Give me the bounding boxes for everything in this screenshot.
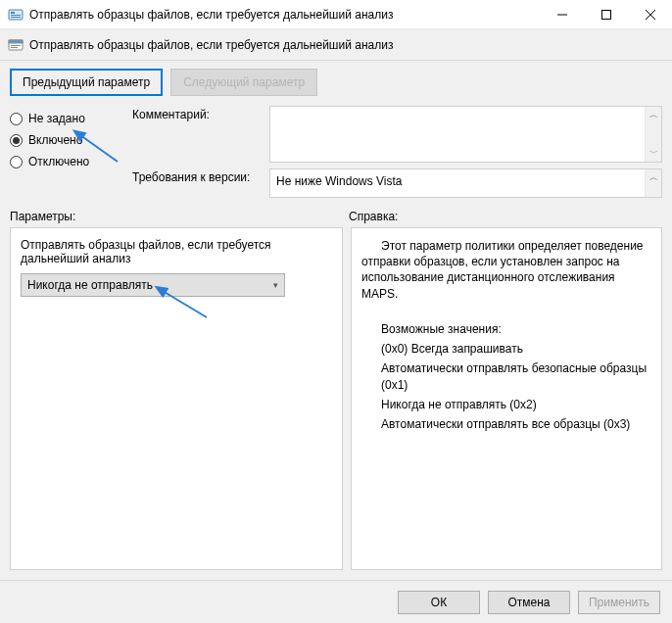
requirements-field-wrap: Не ниже Windows Vista ︿ xyxy=(269,168,662,198)
cancel-button[interactable]: Отмена xyxy=(488,591,570,614)
ok-button[interactable]: ОК xyxy=(398,591,480,614)
close-button[interactable] xyxy=(628,0,672,28)
radio-disabled[interactable]: Отключено xyxy=(10,151,132,172)
help-label: Справка: xyxy=(349,210,398,223)
minimize-button[interactable] xyxy=(540,0,584,28)
radio-not-configured[interactable]: Не задано xyxy=(10,108,132,129)
parameters-label: Параметры: xyxy=(10,210,349,223)
svg-rect-1 xyxy=(11,12,15,14)
scroll-up-icon: ︿ xyxy=(649,107,658,123)
parameter-description: Отправлять образцы файлов, если требуетс… xyxy=(21,238,332,265)
radio-icon xyxy=(10,113,23,125)
comment-field-wrap: ︿ ﹀ xyxy=(269,106,662,163)
help-option: Автоматически отправлять безопасные обра… xyxy=(381,360,651,392)
svg-rect-10 xyxy=(11,45,21,46)
svg-rect-2 xyxy=(11,15,21,16)
radio-enabled[interactable]: Включено xyxy=(10,129,132,151)
dialog-footer: ОК Отмена Применить xyxy=(0,580,672,623)
radio-icon xyxy=(10,134,23,147)
window-title: Отправлять образцы файлов, если требуетс… xyxy=(29,8,540,22)
send-samples-combo[interactable]: Никогда не отправлять ▾ xyxy=(21,273,285,297)
svg-rect-9 xyxy=(9,40,23,43)
combo-value: Никогда не отправлять xyxy=(27,278,153,292)
sub-header: Отправлять образцы файлов, если требуетс… xyxy=(0,29,672,61)
radio-label: Включено xyxy=(28,133,82,147)
policy-icon xyxy=(8,37,24,53)
requirements-label: Требования к версии: xyxy=(132,168,269,184)
previous-setting-button[interactable]: Предыдущий параметр xyxy=(10,69,163,96)
apply-button: Применить xyxy=(578,591,660,614)
next-setting-button: Следующий параметр xyxy=(170,69,317,96)
title-bar: Отправлять образцы файлов, если требуетс… xyxy=(0,0,672,29)
help-options-heading: Возможные значения: xyxy=(381,321,651,337)
next-label: Следующий параметр xyxy=(183,75,305,89)
state-radio-group: Не задано Включено Отключено xyxy=(10,106,132,198)
svg-rect-5 xyxy=(601,10,610,19)
radio-label: Отключено xyxy=(28,155,89,168)
help-option: Автоматически отправлять все образцы (0x… xyxy=(381,416,651,432)
svg-rect-3 xyxy=(11,17,21,18)
help-intro: Этот параметр политики определяет поведе… xyxy=(361,238,651,302)
maximize-icon xyxy=(601,10,611,20)
close-icon xyxy=(646,10,655,20)
help-panel: Этот параметр политики определяет поведе… xyxy=(351,227,662,570)
nav-row: Предыдущий параметр Следующий параметр xyxy=(10,69,662,96)
maximize-button[interactable] xyxy=(584,0,628,28)
scroll-up-icon: ︿ xyxy=(649,169,658,186)
svg-rect-11 xyxy=(11,47,18,48)
comment-field[interactable] xyxy=(270,107,645,162)
help-option: Никогда не отправлять (0x2) xyxy=(381,397,651,412)
chevron-down-icon: ▾ xyxy=(273,280,278,290)
prev-label: Предыдущий параметр xyxy=(23,75,150,89)
page-title: Отправлять образцы файлов, если требуетс… xyxy=(29,38,393,52)
parameters-panel: Отправлять образцы файлов, если требуетс… xyxy=(10,227,343,570)
scroll-down-icon: ﹀ xyxy=(649,145,658,162)
requirements-value: Не ниже Windows Vista xyxy=(270,169,645,197)
scrollbar[interactable]: ︿ xyxy=(645,169,661,197)
help-option: (0x0) Всегда запрашивать xyxy=(381,341,651,357)
radio-label: Не задано xyxy=(28,112,85,125)
radio-icon xyxy=(10,156,23,168)
app-icon xyxy=(8,7,24,23)
scrollbar[interactable]: ︿ ﹀ xyxy=(645,107,661,162)
comment-label: Комментарий: xyxy=(132,106,269,121)
minimize-icon xyxy=(557,10,567,20)
